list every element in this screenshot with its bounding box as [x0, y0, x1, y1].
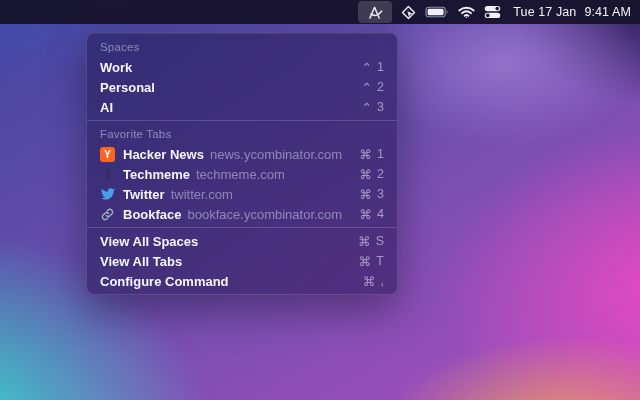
shortcut-hint: ⌘1 — [360, 147, 384, 162]
shortcut-hint: ⌘3 — [360, 187, 384, 202]
menu-item-label: Twitter — [123, 187, 165, 202]
menu-item-bookface[interactable]: Bookface bookface.ycombinator.com ⌘4 — [87, 204, 397, 224]
battery-full-icon — [425, 6, 449, 18]
menu-item-domain: techmeme.com — [196, 167, 285, 182]
menu-item-view-all-spaces[interactable]: View All Spaces ⌘S — [87, 231, 397, 251]
menu-item-domain: news.ycombinator.com — [210, 147, 342, 162]
menu-item-label: Hacker News — [123, 147, 204, 162]
menu-item-personal[interactable]: Personal ⌃2 — [87, 77, 397, 97]
menubar-date[interactable]: Tue 17 Jan — [513, 1, 576, 23]
shortcut-hint: ⌃3 — [362, 100, 384, 115]
shortcut-hint: ⌘4 — [360, 207, 384, 222]
menu-item-label: Configure Command — [100, 274, 229, 289]
menu-bar: Tue 17 Jan 9:41 AM — [0, 0, 640, 24]
menu-item-label: Work — [100, 60, 132, 75]
wifi-icon — [458, 6, 475, 19]
menu-item-label: Personal — [100, 80, 155, 95]
arc-command-dropdown: Spaces Work ⌃1 Personal ⌃2 AI ⌃3 Favorit… — [86, 32, 398, 295]
menu-item-techmeme[interactable]: I Techmeme techmeme.com ⌘2 — [87, 164, 397, 184]
menu-item-label: Techmeme — [123, 167, 190, 182]
twitter-bird-favicon-icon — [100, 187, 115, 202]
battery-menubar-button[interactable] — [425, 1, 449, 23]
menu-item-label: Bookface — [123, 207, 182, 222]
shortcut-hint: ⌘T — [359, 254, 384, 269]
control-center-icon — [484, 5, 501, 19]
arc-browser-logo-icon — [367, 5, 384, 20]
shortcut-hint: ⌃2 — [362, 80, 384, 95]
shortcut-hint: ⌘, — [363, 274, 384, 289]
menubar-clock[interactable]: 9:41 AM — [584, 1, 631, 23]
hacker-news-favicon-icon: Y — [100, 147, 115, 162]
wifi-menubar-button[interactable] — [458, 1, 475, 23]
arc-menubar-button[interactable] — [358, 1, 392, 23]
menu-item-domain: twitter.com — [171, 187, 233, 202]
menu-item-domain: bookface.ycombinator.com — [188, 207, 343, 222]
menu-item-ai[interactable]: AI ⌃3 — [87, 97, 397, 117]
menu-item-label: View All Spaces — [100, 234, 198, 249]
shortcut-hint: ⌃1 — [362, 60, 384, 75]
menu-item-hacker-news[interactable]: Y Hacker News news.ycombinator.com ⌘1 — [87, 144, 397, 164]
control-center-menubar-button[interactable] — [484, 1, 501, 23]
link-favicon-icon — [100, 207, 115, 222]
pointer-diamond-menubar-button[interactable] — [401, 1, 416, 23]
menu-item-twitter[interactable]: Twitter twitter.com ⌘3 — [87, 184, 397, 204]
desktop-wallpaper: Tue 17 Jan 9:41 AM Spaces Work ⌃1 Person… — [0, 0, 640, 400]
menu-item-label: View All Tabs — [100, 254, 182, 269]
menu-item-view-all-tabs[interactable]: View All Tabs ⌘T — [87, 251, 397, 271]
pointer-diamond-icon — [401, 5, 416, 20]
techmeme-favicon-icon: I — [100, 167, 115, 182]
menu-item-work[interactable]: Work ⌃1 — [87, 57, 397, 77]
menu-separator — [87, 227, 397, 228]
favorite-tabs-section-header: Favorite Tabs — [87, 124, 397, 144]
shortcut-hint: ⌘2 — [360, 167, 384, 182]
shortcut-hint: ⌘S — [358, 234, 384, 249]
menu-separator — [87, 120, 397, 121]
spaces-section-header: Spaces — [87, 37, 397, 57]
menu-item-configure-command[interactable]: Configure Command ⌘, — [87, 271, 397, 291]
menu-item-label: AI — [100, 100, 113, 115]
